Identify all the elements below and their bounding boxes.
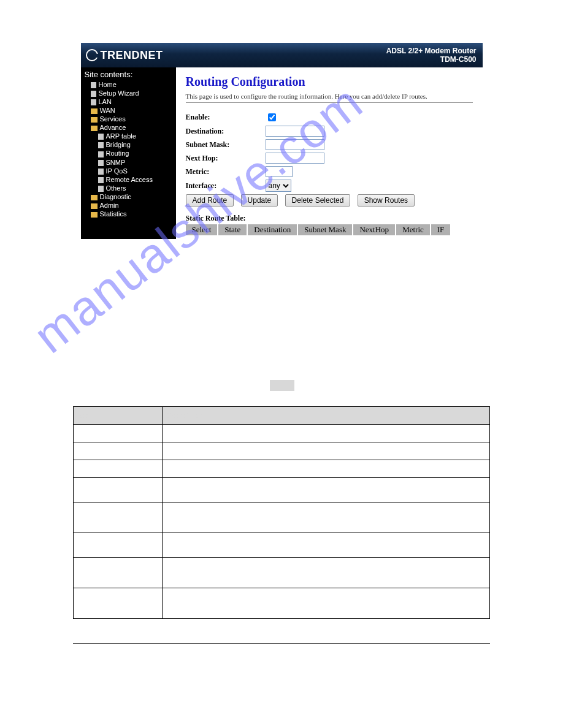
row-destination: Destination: [186, 126, 473, 137]
nexthop-label: Next Hop: [186, 154, 266, 163]
interface-select[interactable]: any [266, 180, 291, 192]
th-metric: Metric [396, 224, 431, 235]
th-if: IF [431, 224, 451, 235]
sidebar-item-label: LAN [99, 98, 112, 105]
sidebar-item-label: Diagnostic [100, 193, 131, 200]
sidebar-item-routing[interactable]: Routing [85, 149, 172, 157]
field-desc: The number of hops counted as the cost o… [163, 502, 490, 533]
doc-icon [98, 142, 104, 148]
static-route-caption: Static Route Table: [186, 214, 473, 223]
metric-input[interactable] [266, 166, 293, 177]
doc-icon [98, 160, 104, 166]
sidebar-item-services[interactable]: Services [85, 115, 172, 123]
field-desc: Click to enable/disable the selected rou… [163, 425, 490, 442]
folder-icon [91, 108, 98, 114]
folder-icon [91, 195, 98, 200]
field-desc: Click to update or delete the selected r… [163, 588, 490, 619]
folder-icon [91, 212, 98, 218]
sidebar-item-advance[interactable]: Advance [85, 123, 172, 132]
row-enable: Enable: [186, 112, 473, 123]
table-row: InterfaceThe interface through which the… [74, 533, 490, 558]
sidebar: Site contents: Home Setup Wizard LAN WAN… [81, 67, 176, 239]
sidebar-item-home[interactable]: Home [85, 80, 172, 89]
sidebar-item-bridging[interactable]: Bridging [85, 140, 172, 149]
sidebar-item-label: IP QoS [106, 167, 128, 175]
metric-label: Metric: [186, 167, 266, 176]
page-footer: 45 [73, 646, 490, 656]
sidebar-item-statistics[interactable]: Statistics [85, 210, 172, 218]
field-name: Interface [74, 533, 163, 558]
row-metric: Metric: [186, 166, 473, 177]
th-nexthop: NextHop [353, 224, 396, 235]
divider [186, 102, 473, 103]
sidebar-tree: Home Setup Wizard LAN WAN Services Advan… [85, 80, 172, 218]
field-name: Enable [74, 425, 163, 442]
delete-selected-button[interactable]: Delete Selected [285, 194, 351, 207]
gray-block [270, 380, 294, 391]
interface-label: Interface: [186, 181, 266, 191]
sidebar-item-setup-wizard[interactable]: Setup Wizard [85, 89, 172, 97]
sidebar-item-label: Routing [106, 150, 129, 157]
static-route-table: Select State Destination Subnet Mask Nex… [186, 224, 451, 235]
product-line: ADSL 2/2+ Modem Router [386, 47, 477, 55]
folder-icon [91, 117, 98, 123]
update-button[interactable]: Update [241, 194, 278, 207]
sidebar-item-snmp[interactable]: SNMP [85, 158, 172, 167]
sidebar-item-arp-table[interactable]: ARP table [85, 132, 172, 140]
sidebar-item-remote-access[interactable]: Remote Access [85, 175, 172, 184]
sidebar-item-ip-qos[interactable]: IP QoS [85, 167, 172, 175]
sidebar-item-label: Statistics [100, 210, 127, 218]
field-name: Add Route [74, 558, 163, 588]
sidebar-item-label: Bridging [106, 141, 131, 148]
fields-header-row: Field Description [74, 407, 490, 425]
destination-label: Destination: [186, 127, 266, 136]
doc-icon [98, 151, 104, 157]
field-name: Destination [74, 442, 163, 460]
field-name: Metric [74, 502, 163, 533]
subnet-input[interactable] [266, 139, 324, 150]
sidebar-item-wan[interactable]: WAN [85, 106, 172, 115]
table-row: EnableClick to enable/disable the select… [74, 425, 490, 442]
th-subnet: Subnet Mask [297, 224, 353, 235]
page-description: This page is used to configure the routi… [186, 93, 473, 100]
enable-label: Enable: [186, 113, 266, 122]
sidebar-item-label: Services [100, 115, 126, 123]
doc-icon [98, 177, 104, 183]
table-row: Update/Delete SelectedClick to update or… [74, 588, 490, 619]
nexthop-input[interactable] [266, 153, 324, 164]
doc-icon [91, 82, 96, 88]
th-select: Select [186, 224, 218, 235]
table-row: MetricThe number of hops counted as the … [74, 502, 490, 533]
table-row: Add RouteAfter clicking the Add Route bu… [74, 558, 490, 588]
sidebar-item-admin[interactable]: Admin [85, 201, 172, 210]
field-name: Next Hop [74, 478, 163, 502]
spacer [0, 245, 563, 401]
add-route-button[interactable]: Add Route [186, 194, 234, 207]
button-row: Add Route Update Delete Selected Show Ro… [186, 194, 473, 207]
doc-icon [91, 91, 96, 97]
field-desc: After clicking the Add Route button, the… [163, 558, 490, 588]
field-desc: The subnet mask of the destination IP. [163, 460, 490, 478]
sidebar-item-label: Home [99, 81, 117, 88]
doc-icon [91, 99, 96, 105]
banner-product: ADSL 2/2+ Modem Router TDM-C500 [386, 47, 477, 64]
folder-icon [91, 203, 98, 209]
enable-checkbox[interactable] [268, 113, 276, 121]
table-row: Next HopThe IP address of the next hop t… [74, 478, 490, 502]
table-header-row: Select State Destination Subnet Mask Nex… [186, 224, 451, 235]
field-name: Subnet Mask [74, 460, 163, 478]
sidebar-item-label: Advance [100, 124, 126, 131]
footer-rule [73, 643, 490, 644]
sidebar-item-lan[interactable]: LAN [85, 97, 172, 106]
subnet-label: Subnet Mask: [186, 140, 266, 150]
fields-description-table: Field Description EnableClick to enable/… [73, 406, 490, 619]
sidebar-item-diagnostic[interactable]: Diagnostic [85, 192, 172, 201]
sidebar-item-others[interactable]: Others [85, 184, 172, 192]
th-state: State [218, 224, 247, 235]
destination-input[interactable] [266, 126, 324, 137]
brand-logo-block: TRENDNET [86, 49, 163, 62]
field-desc: The interface through which the traffic … [163, 533, 490, 558]
show-routes-button[interactable]: Show Routes [358, 194, 415, 207]
fields-th-desc: Description [163, 407, 490, 425]
fields-th-field: Field [74, 407, 163, 425]
